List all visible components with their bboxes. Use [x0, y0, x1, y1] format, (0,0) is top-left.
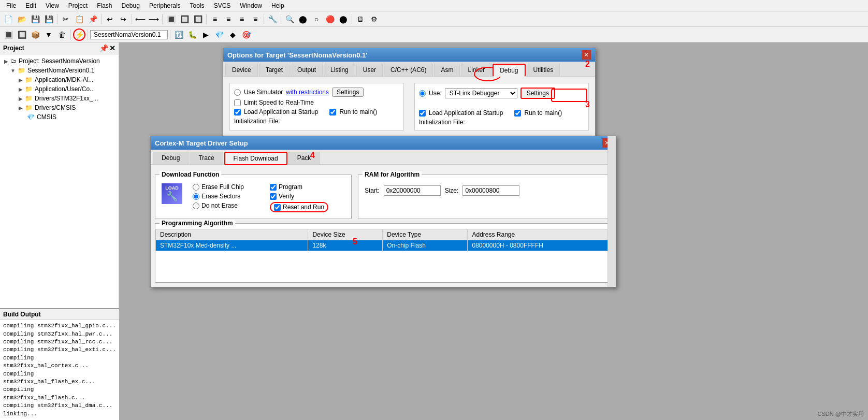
redo-btn[interactable]: ↪ — [117, 13, 129, 25]
tab-device[interactable]: Device — [225, 64, 258, 76]
program-check[interactable] — [270, 184, 277, 191]
run-to-main-check-left[interactable] — [329, 109, 336, 115]
do-not-erase-radio[interactable] — [193, 202, 199, 209]
algo-data-row[interactable]: STM32F10x Med-density ... 128k On-chip F… — [156, 240, 611, 251]
simulator-settings-btn[interactable]: Settings — [332, 88, 364, 97]
menu-window[interactable]: Window — [236, 1, 266, 10]
save-all-btn[interactable]: 💾 — [42, 13, 55, 25]
menu-file[interactable]: File — [2, 1, 20, 10]
cortex-tab-flash[interactable]: Flash Download — [224, 152, 287, 165]
btn10[interactable]: 🔧 — [266, 13, 279, 25]
sidebar-pin-icon[interactable]: 📌 — [99, 44, 108, 52]
t2-btn9[interactable]: 💎 — [213, 28, 225, 41]
tab-listing[interactable]: Listing — [324, 64, 355, 76]
sep10 — [88, 30, 88, 40]
tree-label-4: Drivers/STM32F1xx_... — [35, 95, 98, 102]
menu-peripherals[interactable]: Peripherals — [145, 1, 185, 10]
btn13[interactable]: ○ — [310, 13, 323, 25]
undo-btn[interactable]: ↩ — [104, 13, 116, 25]
cortex-tab-trace[interactable]: Trace — [190, 152, 223, 164]
t2-btn7[interactable]: 🐛 — [186, 28, 198, 41]
cortex-tab-pack[interactable]: Pack — [288, 152, 320, 164]
tree-item-cmsis[interactable]: 💎 CMSIS — [2, 112, 117, 122]
new-file-btn[interactable]: 📄 — [2, 13, 15, 25]
project-name-field[interactable]: SessertNomaVersion0.1 — [90, 30, 168, 39]
btn8[interactable]: ≡ — [236, 13, 248, 25]
btn5[interactable]: 🔲 — [192, 13, 204, 25]
tab-utilities[interactable]: Utilities — [527, 64, 560, 76]
simulator-radio-row: Use Simulator with restrictions Settings — [234, 88, 399, 97]
cortex-tab-debug[interactable]: Debug — [153, 152, 189, 164]
btn9[interactable]: ≡ — [249, 13, 262, 25]
reset-run-check[interactable] — [274, 204, 281, 211]
load-icon-btn[interactable]: ⚡ — [73, 28, 85, 41]
menu-svcs[interactable]: SVCS — [210, 1, 235, 10]
menu-debug[interactable]: Debug — [118, 1, 144, 10]
btn6[interactable]: ≡ — [209, 13, 221, 25]
t2-btn6[interactable]: 🔃 — [172, 28, 185, 41]
btn16[interactable]: 🖥 — [354, 13, 367, 25]
tab-asm[interactable]: Asm — [434, 64, 460, 76]
t2-btn2[interactable]: 🔲 — [16, 28, 28, 41]
btn1[interactable]: ⟵ — [134, 13, 147, 25]
erase-full-chip-radio[interactable] — [193, 184, 199, 191]
tree-item-drivers-cmsis[interactable]: ▶ 📁 Drivers/CMSIS — [2, 103, 117, 112]
t2-btn4[interactable]: ▼ — [42, 28, 55, 41]
menu-tools[interactable]: Tools — [186, 1, 209, 10]
btn17[interactable]: ⚙ — [368, 13, 380, 25]
erase-sectors-radio[interactable] — [193, 193, 199, 200]
debugger-settings-btn[interactable]: Settings — [520, 88, 555, 99]
btn4[interactable]: 🔲 — [178, 13, 191, 25]
tab-debug[interactable]: Debug — [493, 64, 525, 77]
tab-output[interactable]: Output — [291, 64, 323, 76]
btn11[interactable]: 🔍 — [283, 13, 296, 25]
paste-btn[interactable]: 📌 — [86, 13, 99, 25]
t2-btn11[interactable]: 🎯 — [240, 28, 252, 41]
save-btn[interactable]: 💾 — [29, 13, 41, 25]
btn3[interactable]: 🔳 — [165, 13, 177, 25]
t2-btn1[interactable]: 🔳 — [2, 28, 15, 41]
simulator-radio[interactable] — [234, 89, 241, 96]
load-app-check-left[interactable] — [234, 109, 241, 115]
menu-help[interactable]: Help — [267, 1, 288, 10]
debugger-radio[interactable] — [419, 90, 426, 97]
limit-speed-check[interactable] — [234, 99, 241, 106]
ram-size-input[interactable] — [462, 185, 519, 196]
tree-item-drivers-stm[interactable]: ▶ 📁 Drivers/STM32F1xx_... — [2, 94, 117, 103]
verify-check[interactable] — [270, 193, 277, 200]
debugger-select[interactable]: ST-Link Debugger — [445, 88, 517, 98]
menu-edit[interactable]: Edit — [21, 1, 40, 10]
tree-item-app-mdk[interactable]: ▶ 📁 Application/MDK-Al... — [2, 75, 117, 84]
tree-item-app-user[interactable]: ▶ 📁 Application/User/Co... — [2, 84, 117, 94]
options-close-btn[interactable]: ✕ — [582, 50, 591, 60]
btn2[interactable]: ⟶ — [148, 13, 160, 25]
cut-btn[interactable]: ✂ — [60, 13, 72, 25]
menu-flash[interactable]: Flash — [93, 1, 116, 10]
ram-start-input[interactable] — [384, 185, 441, 196]
tab-cc[interactable]: C/C++ (AC6) — [384, 64, 433, 76]
t2-btn5[interactable]: 🗑 — [56, 28, 68, 41]
run-to-main-check-right[interactable] — [514, 110, 521, 117]
tab-target[interactable]: Target — [259, 64, 290, 76]
btn15[interactable]: ⬤ — [337, 13, 350, 25]
tab-linker[interactable]: Linker — [461, 64, 491, 76]
load-app-check-right[interactable] — [419, 110, 426, 117]
t2-btn3[interactable]: 📦 — [29, 28, 41, 41]
sidebar-close-icon[interactable]: ✕ — [109, 44, 115, 52]
cortex-scrollbar[interactable] — [607, 136, 616, 287]
btn7[interactable]: ≡ — [222, 13, 235, 25]
with-restrictions-link[interactable]: with restrictions — [286, 89, 329, 96]
t2-btn8[interactable]: ▶ — [199, 28, 212, 41]
tree-item-project[interactable]: ▶ 🗂 Project: SessertNomaVersion — [2, 56, 117, 66]
algo-empty-area — [155, 251, 611, 282]
open-file-btn[interactable]: 📂 — [16, 13, 28, 25]
btn12[interactable]: ⬤ — [297, 13, 309, 25]
btn14[interactable]: 🔴 — [324, 13, 336, 25]
tab-user[interactable]: User — [356, 64, 383, 76]
copy-btn[interactable]: 📋 — [73, 13, 85, 25]
menu-project[interactable]: Project — [64, 1, 92, 10]
load-icon: LOAD 🔧 — [162, 183, 182, 204]
t2-btn10[interactable]: ◆ — [226, 28, 239, 41]
menu-view[interactable]: View — [41, 1, 63, 10]
tree-item-version[interactable]: ▼ 📁 SessertNomaVersion0.1 — [2, 66, 117, 75]
